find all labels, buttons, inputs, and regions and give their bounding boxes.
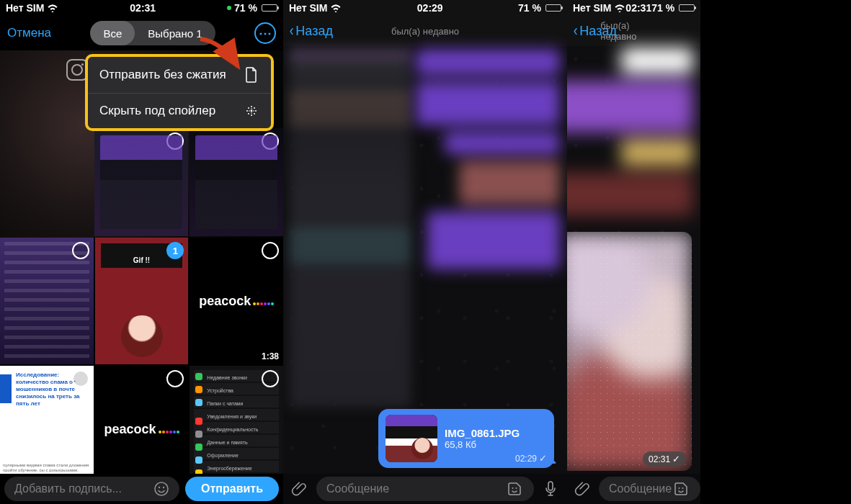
attach-icon[interactable] (574, 480, 592, 498)
battery-text: 71 % (651, 2, 674, 14)
status-bar: Нет SIM 02:31 71 % (0, 0, 283, 16)
wifi-icon (614, 4, 625, 12)
spoiler-sparkle-icon (567, 232, 692, 471)
wifi-icon (47, 4, 58, 12)
select-circle[interactable] (166, 370, 184, 387)
svg-point-9 (249, 110, 250, 112)
clock: 02:31 (130, 2, 156, 14)
message-time: 02:31 ✓ (643, 451, 686, 467)
peacock-logo: peacock (199, 294, 274, 309)
sticker-icon[interactable] (505, 480, 524, 498)
svg-rect-18 (548, 482, 553, 490)
file-thumbnail (386, 415, 437, 462)
video-duration: 1:38 (262, 351, 279, 361)
option-label: Отправить без сжатия (99, 68, 226, 82)
caption-input[interactable]: Добавить подпись... (4, 477, 179, 501)
blurred-messages (416, 49, 560, 409)
thumb-screenshot[interactable] (190, 128, 283, 236)
message-time: 02:29 ✓ (515, 453, 547, 464)
filter-segment[interactable]: Все Выбрано 1 (90, 21, 215, 45)
select-circle-selected[interactable]: 1 (166, 242, 184, 259)
activity-dot-icon (227, 6, 231, 10)
caption-placeholder: Добавить подпись... (14, 482, 122, 495)
settings-labels: Недавние звонки Устройства Папки с чатам… (207, 372, 258, 475)
select-circle[interactable] (262, 242, 279, 259)
clock: 02:29 (417, 2, 443, 14)
status-bar: Нет SIM 02:31 71 % (567, 0, 700, 16)
svg-point-20 (682, 487, 684, 489)
select-circle[interactable] (262, 370, 279, 387)
microphone-icon[interactable] (541, 480, 560, 498)
svg-point-17 (516, 487, 517, 489)
svg-point-11 (251, 108, 252, 109)
select-circle[interactable] (262, 132, 279, 150)
svg-point-14 (159, 487, 160, 488)
svg-point-10 (253, 110, 254, 112)
sent-check-icon: ✓ (672, 454, 680, 464)
hide-spoiler-option[interactable]: Скрыть под спойлер (88, 93, 271, 128)
option-label: Скрыть под спойлер (99, 104, 215, 118)
send-button[interactable]: Отправить (185, 477, 279, 501)
peacock-logo: peacock (104, 422, 179, 437)
svg-point-2 (254, 107, 255, 109)
svg-point-7 (251, 114, 252, 116)
svg-point-6 (248, 113, 249, 114)
chevron-left-icon: ‹ (290, 23, 294, 39)
spoiler-dots-icon (244, 104, 259, 118)
send-uncompressed-option[interactable]: Отправить без сжатия (88, 57, 271, 93)
chevron-left-icon: ‹ (574, 23, 578, 39)
wifi-icon (330, 4, 342, 12)
select-circle[interactable] (72, 370, 89, 387)
spoiler-image-bubble[interactable]: 02:31 ✓ (567, 232, 692, 471)
message-placeholder: Сообщение (326, 482, 389, 495)
segment-all[interactable]: Все (90, 21, 135, 45)
battery-icon (679, 4, 695, 12)
clock: 02:31 (625, 2, 651, 14)
message-input[interactable]: Сообщение (599, 477, 700, 501)
svg-point-1 (251, 106, 252, 107)
file-size: 65,8 Кб (445, 439, 547, 450)
sticker-icon[interactable] (672, 480, 690, 498)
battery-text: 71 % (234, 2, 257, 14)
last-seen: был(а) недавно (391, 26, 459, 37)
more-button[interactable]: ⋯ (254, 22, 276, 44)
battery-text: 71 % (518, 2, 541, 14)
emoji-icon[interactable] (153, 481, 169, 497)
message-file-bubble[interactable]: IMG_0861.JPG 65,8 Кб 02:29 ✓ (378, 409, 554, 468)
sent-check-icon: ✓ (539, 453, 547, 464)
svg-point-12 (251, 112, 252, 114)
back-button[interactable]: ‹ Назад (289, 23, 333, 39)
cancel-button[interactable]: Отмена (7, 26, 51, 40)
carrier-text: Нет SIM (6, 2, 44, 14)
svg-point-13 (155, 482, 168, 495)
select-circle[interactable] (166, 132, 184, 150)
file-name: IMG_0861.JPG (445, 427, 547, 439)
thumb-screenshot[interactable] (0, 238, 94, 364)
select-circle[interactable] (72, 242, 89, 259)
battery-icon (262, 4, 277, 12)
thumb-gif[interactable]: Gif !! 1 (95, 238, 189, 364)
last-seen: был(а) недавно (600, 20, 667, 42)
blurred-chat-list (289, 48, 411, 408)
message-placeholder: Сообщение (609, 482, 672, 495)
svg-point-0 (248, 107, 249, 109)
thumb-screenshot[interactable] (94, 128, 188, 236)
svg-point-4 (251, 110, 253, 112)
svg-point-19 (679, 487, 680, 489)
gif-label: Gif !! (133, 256, 150, 264)
attach-icon[interactable] (290, 480, 309, 498)
message-input[interactable]: Сообщение (316, 477, 534, 501)
carrier-text: Нет SIM (289, 2, 327, 14)
back-label: Назад (295, 24, 333, 39)
svg-point-16 (512, 487, 514, 489)
svg-point-8 (254, 113, 255, 114)
document-icon (244, 67, 259, 83)
context-popover: Отправить без сжатия Скрыть под спойлер (85, 54, 274, 131)
thumb-video[interactable]: peacock 1:38 (190, 238, 283, 364)
svg-point-15 (163, 487, 164, 488)
segment-selected[interactable]: Выбрано 1 (135, 21, 215, 45)
blurred-messages (567, 48, 693, 217)
svg-point-5 (255, 110, 257, 112)
carrier-text: Нет SIM (573, 2, 611, 14)
svg-point-3 (246, 110, 248, 112)
